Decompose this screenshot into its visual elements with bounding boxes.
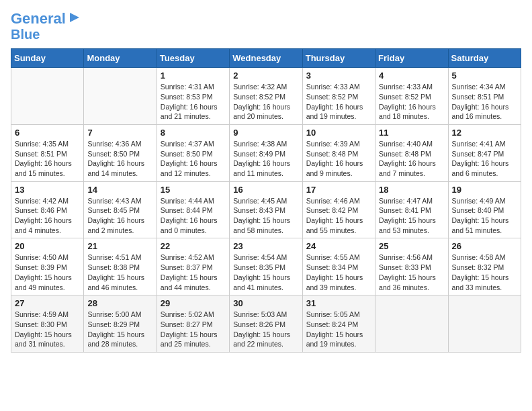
day-info: Sunrise: 4:46 AM Sunset: 8:42 PM Dayligh…	[306, 196, 371, 236]
day-number: 31	[306, 298, 371, 308]
calendar-cell: 30Sunrise: 5:03 AM Sunset: 8:26 PM Dayli…	[230, 295, 302, 353]
day-info: Sunrise: 4:58 AM Sunset: 8:32 PM Dayligh…	[452, 253, 517, 292]
calendar-cell: 9Sunrise: 4:38 AM Sunset: 8:49 PM Daylig…	[230, 124, 302, 181]
calendar-cell: 16Sunrise: 4:45 AM Sunset: 8:43 PM Dayli…	[230, 181, 302, 238]
calendar-cell: 11Sunrise: 4:40 AM Sunset: 8:48 PM Dayli…	[375, 124, 448, 181]
weekday-header-tuesday: Tuesday	[157, 49, 229, 68]
calendar-cell	[11, 68, 84, 125]
day-number: 19	[452, 185, 517, 195]
day-number: 12	[452, 128, 517, 138]
day-info: Sunrise: 4:52 AM Sunset: 8:37 PM Dayligh…	[161, 253, 226, 292]
calendar-cell: 7Sunrise: 4:36 AM Sunset: 8:50 PM Daylig…	[84, 124, 157, 181]
week-row-4: 20Sunrise: 4:50 AM Sunset: 8:39 PM Dayli…	[11, 238, 521, 295]
day-number: 2	[233, 71, 298, 81]
day-number: 29	[161, 298, 226, 308]
weekday-header-monday: Monday	[84, 49, 157, 68]
weekday-header-sunday: Sunday	[11, 49, 84, 68]
day-info: Sunrise: 5:02 AM Sunset: 8:27 PM Dayligh…	[161, 310, 226, 349]
svg-marker-0	[70, 13, 79, 22]
logo-arrow-icon	[67, 10, 82, 25]
day-number: 16	[233, 185, 298, 195]
calendar-cell: 20Sunrise: 4:50 AM Sunset: 8:39 PM Dayli…	[11, 238, 84, 295]
day-number: 22	[161, 241, 226, 251]
calendar-cell: 23Sunrise: 4:54 AM Sunset: 8:35 PM Dayli…	[230, 238, 302, 295]
day-number: 11	[379, 128, 444, 138]
day-number: 13	[15, 185, 80, 195]
weekday-header-saturday: Saturday	[448, 49, 521, 68]
day-info: Sunrise: 4:40 AM Sunset: 8:48 PM Dayligh…	[379, 139, 444, 179]
weekday-header-thursday: Thursday	[302, 49, 375, 68]
day-number: 18	[379, 185, 444, 195]
day-number: 26	[452, 241, 517, 251]
calendar-cell: 26Sunrise: 4:58 AM Sunset: 8:32 PM Dayli…	[448, 238, 521, 295]
day-number: 8	[161, 128, 226, 138]
day-info: Sunrise: 4:44 AM Sunset: 8:44 PM Dayligh…	[161, 196, 226, 236]
day-info: Sunrise: 4:54 AM Sunset: 8:35 PM Dayligh…	[233, 253, 298, 292]
day-info: Sunrise: 4:56 AM Sunset: 8:33 PM Dayligh…	[379, 253, 444, 292]
day-info: Sunrise: 4:31 AM Sunset: 8:53 PM Dayligh…	[161, 82, 226, 122]
calendar-cell: 10Sunrise: 4:39 AM Sunset: 8:48 PM Dayli…	[302, 124, 375, 181]
day-number: 20	[15, 241, 80, 251]
day-info: Sunrise: 4:45 AM Sunset: 8:43 PM Dayligh…	[233, 196, 298, 236]
calendar-cell	[84, 68, 157, 125]
day-number: 4	[379, 71, 444, 81]
calendar-cell: 21Sunrise: 4:51 AM Sunset: 8:38 PM Dayli…	[84, 238, 157, 295]
day-info: Sunrise: 4:33 AM Sunset: 8:52 PM Dayligh…	[379, 82, 444, 122]
logo-text: General	[11, 11, 66, 27]
calendar-cell: 22Sunrise: 4:52 AM Sunset: 8:37 PM Dayli…	[157, 238, 229, 295]
day-info: Sunrise: 4:34 AM Sunset: 8:51 PM Dayligh…	[452, 82, 517, 122]
day-info: Sunrise: 4:47 AM Sunset: 8:41 PM Dayligh…	[379, 196, 444, 236]
day-number: 25	[379, 241, 444, 251]
day-info: Sunrise: 4:51 AM Sunset: 8:38 PM Dayligh…	[87, 253, 152, 292]
calendar-cell: 12Sunrise: 4:41 AM Sunset: 8:47 PM Dayli…	[448, 124, 521, 181]
calendar-cell: 17Sunrise: 4:46 AM Sunset: 8:42 PM Dayli…	[302, 181, 375, 238]
week-row-3: 13Sunrise: 4:42 AM Sunset: 8:46 PM Dayli…	[11, 181, 521, 238]
day-info: Sunrise: 4:42 AM Sunset: 8:46 PM Dayligh…	[15, 196, 80, 236]
calendar-cell	[448, 295, 521, 353]
day-number: 3	[306, 71, 371, 81]
calendar-cell: 1Sunrise: 4:31 AM Sunset: 8:53 PM Daylig…	[157, 68, 229, 125]
calendar-cell: 4Sunrise: 4:33 AM Sunset: 8:52 PM Daylig…	[375, 68, 448, 125]
day-number: 24	[306, 241, 371, 251]
calendar-cell: 13Sunrise: 4:42 AM Sunset: 8:46 PM Dayli…	[11, 181, 84, 238]
day-info: Sunrise: 4:38 AM Sunset: 8:49 PM Dayligh…	[233, 139, 298, 179]
logo: General Blue	[11, 11, 82, 42]
day-number: 15	[161, 185, 226, 195]
calendar-cell: 3Sunrise: 4:33 AM Sunset: 8:52 PM Daylig…	[302, 68, 375, 125]
day-info: Sunrise: 4:32 AM Sunset: 8:52 PM Dayligh…	[233, 82, 298, 122]
week-row-1: 1Sunrise: 4:31 AM Sunset: 8:53 PM Daylig…	[11, 68, 521, 125]
day-info: Sunrise: 4:35 AM Sunset: 8:51 PM Dayligh…	[15, 139, 80, 179]
day-number: 5	[452, 71, 517, 81]
calendar-cell: 14Sunrise: 4:43 AM Sunset: 8:45 PM Dayli…	[84, 181, 157, 238]
week-row-2: 6Sunrise: 4:35 AM Sunset: 8:51 PM Daylig…	[11, 124, 521, 181]
calendar-cell: 28Sunrise: 5:00 AM Sunset: 8:29 PM Dayli…	[84, 295, 157, 353]
day-number: 30	[233, 298, 298, 308]
calendar-cell: 29Sunrise: 5:02 AM Sunset: 8:27 PM Dayli…	[157, 295, 229, 353]
day-info: Sunrise: 4:36 AM Sunset: 8:50 PM Dayligh…	[87, 139, 152, 179]
calendar-cell: 5Sunrise: 4:34 AM Sunset: 8:51 PM Daylig…	[448, 68, 521, 125]
day-info: Sunrise: 4:50 AM Sunset: 8:39 PM Dayligh…	[15, 253, 80, 292]
weekday-header-row: SundayMondayTuesdayWednesdayThursdayFrid…	[11, 49, 521, 68]
day-info: Sunrise: 4:59 AM Sunset: 8:30 PM Dayligh…	[15, 310, 80, 349]
page-header: General Blue	[11, 11, 521, 42]
day-number: 23	[233, 241, 298, 251]
calendar-cell: 27Sunrise: 4:59 AM Sunset: 8:30 PM Dayli…	[11, 295, 84, 353]
weekday-header-wednesday: Wednesday	[230, 49, 302, 68]
day-info: Sunrise: 4:33 AM Sunset: 8:52 PM Dayligh…	[306, 82, 371, 122]
logo-blue-text: Blue	[11, 27, 40, 42]
calendar-cell: 24Sunrise: 4:55 AM Sunset: 8:34 PM Dayli…	[302, 238, 375, 295]
day-number: 21	[87, 241, 152, 251]
calendar-cell: 2Sunrise: 4:32 AM Sunset: 8:52 PM Daylig…	[230, 68, 302, 125]
day-number: 10	[306, 128, 371, 138]
weekday-header-friday: Friday	[375, 49, 448, 68]
day-number: 14	[87, 185, 152, 195]
calendar-cell: 18Sunrise: 4:47 AM Sunset: 8:41 PM Dayli…	[375, 181, 448, 238]
day-info: Sunrise: 5:03 AM Sunset: 8:26 PM Dayligh…	[233, 310, 298, 349]
day-info: Sunrise: 4:55 AM Sunset: 8:34 PM Dayligh…	[306, 253, 371, 292]
day-number: 28	[87, 298, 152, 308]
calendar-cell: 15Sunrise: 4:44 AM Sunset: 8:44 PM Dayli…	[157, 181, 229, 238]
day-number: 7	[87, 128, 152, 138]
day-info: Sunrise: 5:00 AM Sunset: 8:29 PM Dayligh…	[87, 310, 152, 349]
day-info: Sunrise: 4:43 AM Sunset: 8:45 PM Dayligh…	[87, 196, 152, 236]
calendar-cell: 31Sunrise: 5:05 AM Sunset: 8:24 PM Dayli…	[302, 295, 375, 353]
